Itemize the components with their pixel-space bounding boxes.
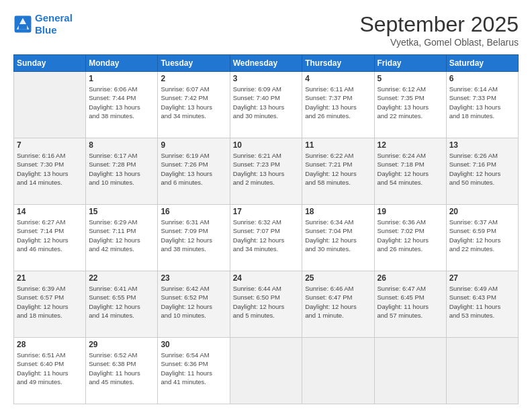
day-info: Sunrise: 6:31 AMSunset: 7:09 PMDaylight:… [161,218,226,253]
location-subtitle: Vyetka, Gomel Oblast, Belarus [359,37,519,48]
day-info: Sunrise: 6:42 AMSunset: 6:52 PMDaylight:… [161,284,226,320]
day-number: 27 [449,273,515,283]
calendar-week-3: 14Sunrise: 6:27 AMSunset: 7:14 PMDayligh… [14,205,519,271]
col-thursday: Thursday [302,55,374,72]
calendar-cell: 14Sunrise: 6:27 AMSunset: 7:14 PMDayligh… [14,205,86,271]
day-info: Sunrise: 6:36 AMSunset: 7:02 PMDaylight:… [378,218,443,253]
day-info: Sunrise: 6:46 AMSunset: 6:47 PMDaylight:… [305,284,371,320]
page: General Blue September 2025 Vyetka, Gome… [0,0,532,411]
day-info: Sunrise: 6:47 AMSunset: 6:45 PMDaylight:… [378,284,443,320]
day-info: Sunrise: 6:09 AMSunset: 7:40 PMDaylight:… [233,85,300,120]
calendar-cell [302,338,374,404]
day-info: Sunrise: 6:14 AMSunset: 7:33 PMDaylight:… [449,85,515,120]
calendar-cell: 22Sunrise: 6:41 AMSunset: 6:55 PMDayligh… [86,271,158,338]
calendar-cell: 16Sunrise: 6:31 AMSunset: 7:09 PMDayligh… [158,205,230,271]
day-info: Sunrise: 6:34 AMSunset: 7:04 PMDaylight:… [305,218,371,253]
day-number: 14 [17,207,83,216]
calendar-week-5: 28Sunrise: 6:51 AMSunset: 6:40 PMDayligh… [14,338,519,404]
calendar-week-4: 21Sunrise: 6:39 AMSunset: 6:57 PMDayligh… [14,271,519,338]
day-info: Sunrise: 6:24 AMSunset: 7:18 PMDaylight:… [378,151,443,187]
day-number: 15 [89,207,154,216]
svg-rect-2 [19,24,27,30]
calendar-cell: 3Sunrise: 6:09 AMSunset: 7:40 PMDaylight… [230,72,302,138]
calendar-body: 1Sunrise: 6:06 AMSunset: 7:44 PMDaylight… [14,72,519,404]
day-info: Sunrise: 6:37 AMSunset: 6:59 PMDaylight:… [449,218,515,253]
calendar-cell [374,338,446,404]
logo-line1: General [35,12,73,24]
day-info: Sunrise: 6:16 AMSunset: 7:30 PMDaylight:… [17,151,83,187]
day-number: 18 [305,207,371,216]
day-info: Sunrise: 6:54 AMSunset: 6:36 PMDaylight:… [161,351,226,386]
calendar-cell: 29Sunrise: 6:52 AMSunset: 6:38 PMDayligh… [86,338,158,404]
calendar-header: Sunday Monday Tuesday Wednesday Thursday… [14,55,519,72]
logo-line2: Blue [35,24,73,36]
col-tuesday: Tuesday [158,55,230,72]
calendar-cell [230,338,302,404]
calendar-cell: 1Sunrise: 6:06 AMSunset: 7:44 PMDaylight… [86,72,158,138]
calendar-cell: 2Sunrise: 6:07 AMSunset: 7:42 PMDaylight… [158,72,230,138]
day-info: Sunrise: 6:26 AMSunset: 7:16 PMDaylight:… [449,151,515,187]
calendar-cell [446,338,518,404]
calendar-cell: 23Sunrise: 6:42 AMSunset: 6:52 PMDayligh… [158,271,230,338]
calendar-cell: 27Sunrise: 6:49 AMSunset: 6:43 PMDayligh… [446,271,518,338]
logo-text: General Blue [35,12,73,36]
day-number: 2 [161,74,226,83]
day-info: Sunrise: 6:11 AMSunset: 7:37 PMDaylight:… [305,85,371,120]
calendar-cell: 17Sunrise: 6:32 AMSunset: 7:07 PMDayligh… [230,205,302,271]
day-info: Sunrise: 6:07 AMSunset: 7:42 PMDaylight:… [161,85,226,120]
day-number: 28 [17,340,83,349]
day-info: Sunrise: 6:22 AMSunset: 7:21 PMDaylight:… [305,151,371,187]
calendar-cell: 6Sunrise: 6:14 AMSunset: 7:33 PMDaylight… [446,72,518,138]
day-number: 7 [17,140,83,150]
day-number: 10 [233,140,300,150]
day-number: 22 [89,273,154,283]
day-info: Sunrise: 6:29 AMSunset: 7:11 PMDaylight:… [89,218,154,253]
calendar-week-1: 1Sunrise: 6:06 AMSunset: 7:44 PMDaylight… [14,72,519,138]
day-number: 13 [449,140,515,150]
header: General Blue September 2025 Vyetka, Gome… [13,12,519,48]
col-monday: Monday [86,55,158,72]
calendar-week-2: 7Sunrise: 6:16 AMSunset: 7:30 PMDaylight… [14,138,519,205]
logo: General Blue [13,12,73,36]
day-info: Sunrise: 6:41 AMSunset: 6:55 PMDaylight:… [89,284,154,320]
day-info: Sunrise: 6:39 AMSunset: 6:57 PMDaylight:… [17,284,83,320]
calendar-cell: 26Sunrise: 6:47 AMSunset: 6:45 PMDayligh… [374,271,446,338]
day-number: 5 [378,74,443,83]
day-number: 25 [305,273,371,283]
calendar-cell: 10Sunrise: 6:21 AMSunset: 7:23 PMDayligh… [230,138,302,205]
day-number: 8 [89,140,154,150]
day-info: Sunrise: 6:19 AMSunset: 7:26 PMDaylight:… [161,151,226,187]
calendar-cell: 25Sunrise: 6:46 AMSunset: 6:47 PMDayligh… [302,271,374,338]
calendar-cell: 12Sunrise: 6:24 AMSunset: 7:18 PMDayligh… [374,138,446,205]
calendar-cell: 28Sunrise: 6:51 AMSunset: 6:40 PMDayligh… [14,338,86,404]
day-number: 19 [378,207,443,216]
title-block: September 2025 Vyetka, Gomel Oblast, Bel… [359,12,519,48]
day-number: 16 [161,207,226,216]
calendar-cell: 9Sunrise: 6:19 AMSunset: 7:26 PMDaylight… [158,138,230,205]
day-number: 23 [161,273,226,283]
day-number: 21 [17,273,83,283]
calendar-cell: 13Sunrise: 6:26 AMSunset: 7:16 PMDayligh… [446,138,518,205]
day-number: 6 [449,74,515,83]
calendar-cell: 18Sunrise: 6:34 AMSunset: 7:04 PMDayligh… [302,205,374,271]
day-number: 17 [233,207,300,216]
day-number: 3 [233,74,300,83]
col-saturday: Saturday [446,55,518,72]
day-number: 4 [305,74,371,83]
col-sunday: Sunday [14,55,86,72]
day-info: Sunrise: 6:06 AMSunset: 7:44 PMDaylight:… [89,85,154,120]
month-title: September 2025 [359,12,519,37]
calendar-cell: 11Sunrise: 6:22 AMSunset: 7:21 PMDayligh… [302,138,374,205]
calendar-cell: 19Sunrise: 6:36 AMSunset: 7:02 PMDayligh… [374,205,446,271]
day-number: 24 [233,273,300,283]
calendar-cell: 21Sunrise: 6:39 AMSunset: 6:57 PMDayligh… [14,271,86,338]
days-of-week-row: Sunday Monday Tuesday Wednesday Thursday… [14,55,519,72]
calendar-cell: 15Sunrise: 6:29 AMSunset: 7:11 PMDayligh… [86,205,158,271]
day-number: 30 [161,340,226,349]
calendar-cell: 24Sunrise: 6:44 AMSunset: 6:50 PMDayligh… [230,271,302,338]
logo-icon [13,15,32,34]
day-info: Sunrise: 6:21 AMSunset: 7:23 PMDaylight:… [233,151,300,187]
calendar-cell: 30Sunrise: 6:54 AMSunset: 6:36 PMDayligh… [158,338,230,404]
day-info: Sunrise: 6:51 AMSunset: 6:40 PMDaylight:… [17,351,83,386]
day-info: Sunrise: 6:12 AMSunset: 7:35 PMDaylight:… [378,85,443,120]
